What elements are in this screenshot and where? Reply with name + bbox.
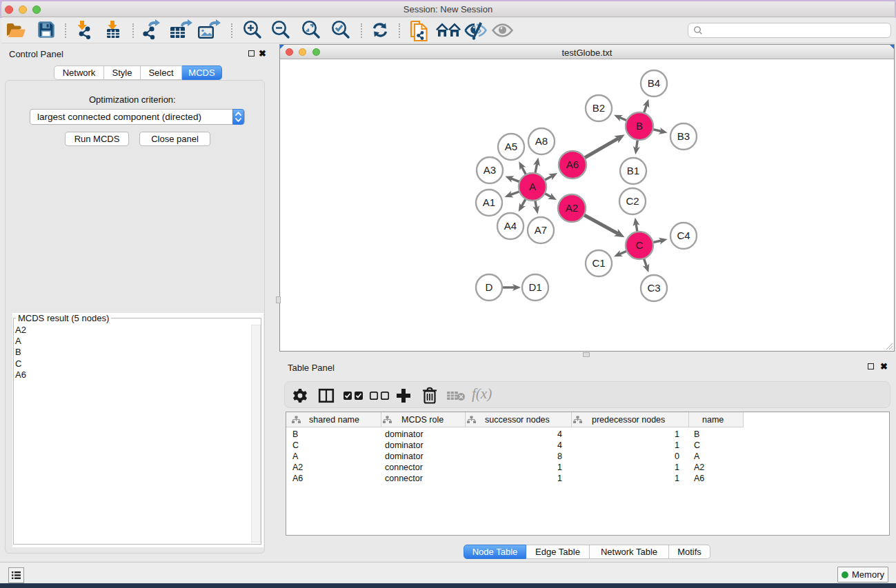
svg-text:A: A [529, 181, 536, 192]
svg-text:A4: A4 [504, 220, 517, 232]
svg-text:C3: C3 [647, 282, 660, 294]
svg-text:B: B [636, 120, 643, 132]
svg-text:D: D [486, 281, 493, 293]
svg-text:B1: B1 [627, 165, 639, 176]
svg-text:A8: A8 [535, 135, 548, 147]
svg-text:A5: A5 [505, 141, 517, 152]
svg-text:A7: A7 [535, 224, 547, 236]
svg-text:A1: A1 [483, 196, 495, 208]
svg-text:C2: C2 [626, 195, 639, 207]
svg-text:C: C [636, 239, 644, 251]
svg-text:C1: C1 [592, 257, 605, 269]
svg-text:B3: B3 [677, 130, 690, 142]
svg-text:D1: D1 [528, 281, 541, 293]
svg-text:B2: B2 [593, 102, 605, 114]
svg-text:A6: A6 [566, 159, 579, 170]
svg-text:B4: B4 [648, 77, 660, 89]
svg-text:A2: A2 [566, 202, 578, 214]
svg-text:C4: C4 [677, 230, 690, 241]
svg-text:A3: A3 [484, 164, 496, 176]
